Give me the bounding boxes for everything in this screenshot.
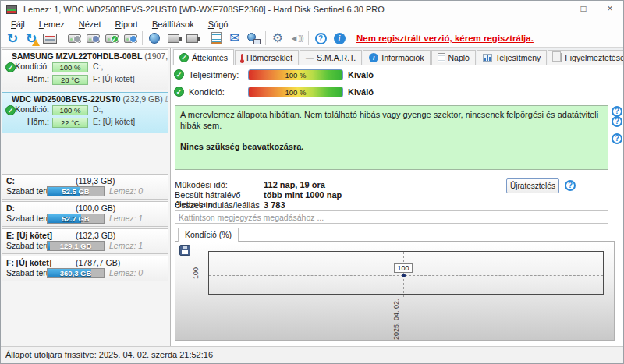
- partition-card-c[interactable]: C:(119,3 GB) Szabad terület 52.5 GB Leme…: [2, 174, 168, 200]
- disk-test-button[interactable]: [121, 30, 140, 47]
- thermometer-icon: [241, 54, 243, 62]
- bar-chart-icon: [483, 54, 492, 62]
- partition-card-f[interactable]: F: [Új kötet](1787,7 GB) Szabad terület …: [2, 256, 168, 281]
- help-icon[interactable]: ?: [612, 116, 622, 127]
- reanalyse-button[interactable]: ↻: [22, 30, 41, 47]
- condition-graph-tab[interactable]: Kondíció (%): [178, 228, 239, 242]
- disk-card-samsung[interactable]: SAMSUNG MZVL22T0HDLB-00BL (1907,7 GB) Le…: [2, 49, 168, 90]
- warning-icon: [32, 39, 40, 46]
- ok-icon: ✓: [174, 87, 184, 97]
- help-button[interactable]: ?: [311, 30, 330, 47]
- free-space-value: 52.7 GB: [48, 214, 104, 224]
- free-space-bar: 360,3 GB: [47, 268, 105, 278]
- menu-settings[interactable]: Beállítások: [145, 19, 201, 29]
- condition-row: ✓ Kondíció: 100 % Kiváló: [174, 87, 623, 98]
- info-button[interactable]: i: [330, 30, 349, 47]
- condition-label: Kondíció:: [189, 87, 225, 97]
- partition-name: D:: [6, 203, 15, 213]
- save-graph-icon[interactable]: [179, 245, 190, 256]
- notepad-icon: [211, 32, 222, 44]
- toolbar-separator: [62, 31, 62, 45]
- esata-disk-button[interactable]: [183, 30, 201, 47]
- partition-disk-index: Lemez: 0: [109, 186, 143, 196]
- info-icon: i: [369, 53, 378, 62]
- menu-disk[interactable]: Lemez: [32, 19, 72, 29]
- help-icon[interactable]: ?: [565, 180, 576, 191]
- tab-label: Információk: [381, 53, 424, 62]
- menu-view[interactable]: Nézet: [72, 19, 108, 29]
- report-button[interactable]: [207, 30, 225, 47]
- disk-title: SAMSUNG MZVL22T0HDLB-00BL (1907,7 GB) Le…: [2, 50, 168, 62]
- disk-detect-button[interactable]: [65, 30, 83, 47]
- performance-rating: Kiváló: [348, 70, 374, 80]
- hdd-details-button[interactable]: [41, 30, 59, 47]
- free-space-bar: 52.7 GB: [47, 214, 105, 224]
- disk-card-wdc-selected[interactable]: WDC WD2500BEVS-22UST0 (232,9 GB) Lemez: …: [2, 92, 168, 133]
- partition-disk-index: Lemez: 0: [109, 268, 143, 277]
- help-icon[interactable]: ?: [612, 106, 622, 117]
- health-status-text: A merevlemez állapota hibátlan. Nem talá…: [180, 109, 603, 131]
- tab-log[interactable]: Napló: [431, 50, 476, 65]
- ok-icon: ✓: [174, 69, 184, 80]
- disk-icon: [87, 34, 100, 43]
- tab-temperature[interactable]: Hőmérséklet: [235, 50, 299, 65]
- speaker-icon: ◄: [290, 34, 299, 43]
- x-axis-tick: 2025. 04. 02.: [391, 298, 402, 340]
- network-disk-button[interactable]: [145, 30, 164, 47]
- toolbar-separator: [142, 31, 143, 45]
- search-badge-icon: [129, 35, 137, 43]
- dash-icon: —: [306, 54, 314, 62]
- registration-link[interactable]: Nem regisztrált verzió, kérem regisztrál…: [356, 34, 534, 43]
- graph-plot-area: 100: [208, 251, 604, 295]
- disk-schedule-button[interactable]: [83, 30, 102, 47]
- condition-rating: Kiváló: [348, 87, 374, 97]
- network-status-button[interactable]: [244, 30, 263, 47]
- disk-icon: ✓: [105, 34, 119, 43]
- condition-label: Kondíció:: [13, 104, 49, 114]
- menu-file[interactable]: Fájl: [4, 19, 32, 29]
- partition-card-d[interactable]: D:(100,0 GB) Szabad terület 52.7 GB Leme…: [2, 201, 168, 227]
- tab-information[interactable]: iInformációk: [363, 50, 430, 65]
- disk-name: WDC WD2500BEVS-22UST0: [12, 94, 120, 104]
- tab-overview[interactable]: ✓Áttekintés: [173, 49, 234, 65]
- condition-bar: 100 %: [52, 105, 88, 115]
- tab-smart[interactable]: —S.M.A.R.T.: [300, 50, 362, 65]
- document-icon: [438, 53, 445, 62]
- help-icon[interactable]: ?: [612, 133, 622, 144]
- close-button[interactable]: ×: [597, 1, 623, 18]
- temperature-bar: 28 °C: [52, 75, 88, 85]
- tab-label: S.M.A.R.T.: [317, 53, 356, 62]
- menu-help[interactable]: Súgó: [201, 19, 236, 29]
- menu-report[interactable]: Riport: [108, 19, 145, 29]
- status-bar: Állapot utoljára frissítve: 2025. 04. 02…: [1, 346, 623, 363]
- tab-label: Napló: [448, 53, 470, 62]
- tab-alerts[interactable]: Figyelmeztetések: [548, 50, 624, 65]
- email-report-button[interactable]: ✉: [225, 30, 244, 47]
- maximize-button[interactable]: □: [570, 1, 597, 18]
- minimize-button[interactable]: –: [544, 1, 570, 18]
- partition-card-e[interactable]: E: [Új kötet](132,3 GB) Szabad terület 1…: [2, 228, 168, 254]
- partition-disk-index: Lemez: 1: [109, 241, 143, 250]
- disk-accept-button[interactable]: ✓: [102, 30, 121, 47]
- globe-icon: [149, 33, 160, 44]
- help-icon: ?: [315, 33, 327, 44]
- partition-size: (1787,7 GB): [76, 258, 120, 267]
- free-space-value: 129,1 GB: [48, 242, 104, 251]
- tab-label: Áttekintés: [192, 53, 228, 62]
- usb-disk-button[interactable]: [164, 30, 183, 47]
- plug-disk-icon: [168, 34, 179, 43]
- free-space-value: 52.5 GB: [48, 187, 104, 196]
- settings-button[interactable]: ⚙: [268, 30, 287, 47]
- stat-value: 112 nap, 19 óra: [264, 180, 325, 189]
- refresh-button[interactable]: ↻: [3, 30, 22, 47]
- pages-icon: [554, 53, 562, 62]
- retest-button[interactable]: Újratesztelés: [506, 178, 559, 193]
- partition-name: E: [Új kötet]: [6, 231, 52, 240]
- sounds-button[interactable]: ◄))): [287, 30, 306, 47]
- refresh-icon: ↻: [7, 32, 18, 45]
- tab-performance[interactable]: Teljesítmény: [477, 50, 547, 65]
- title-bar: Lemez: 1, WDC WD2500BEVS-22UST0 [WD-WXE7…: [1, 1, 623, 18]
- tab-label: Teljesítmény: [495, 53, 541, 62]
- comment-input[interactable]: [175, 210, 608, 224]
- plug-disk-icon: [186, 34, 198, 43]
